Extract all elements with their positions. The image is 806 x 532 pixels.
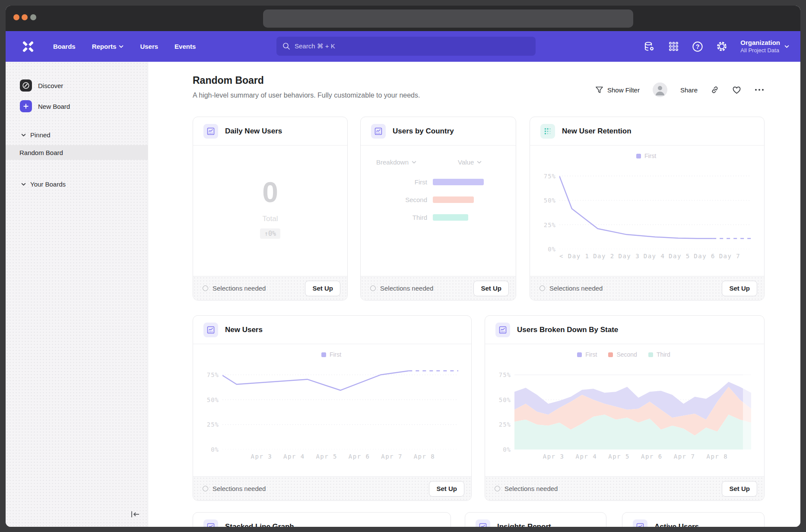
status-circle-icon	[539, 285, 545, 291]
bar-row: Second	[371, 195, 474, 204]
link-icon	[711, 86, 719, 94]
apps-grid-icon[interactable]	[668, 41, 679, 52]
metric-delta-badge: ↑0%	[260, 228, 280, 239]
help-icon[interactable]: ?	[692, 41, 703, 52]
set-up-button[interactable]: Set Up	[722, 281, 757, 296]
status-badge: Selections needed	[203, 485, 266, 492]
org-name: Organization	[740, 39, 780, 47]
card-title: Users Broken Down By State	[517, 326, 618, 334]
chevron-down-icon	[784, 45, 789, 48]
bar-first	[433, 179, 484, 185]
card-title: New User Retention	[562, 127, 631, 136]
retention-grid-icon	[540, 124, 555, 139]
status-badge: Selections needed	[370, 285, 433, 292]
chart-legend: First	[203, 349, 460, 360]
card-new-users: New Users First 75% 50% 25% 0% Apr 3Apr …	[193, 315, 472, 501]
line-chart-icon	[633, 519, 647, 527]
card-stacked-line-graph: Stacked Line Graph	[193, 512, 451, 527]
y-axis-labels: 75% 50% 25% 0%	[495, 365, 511, 450]
settings-gear-icon[interactable]	[716, 41, 727, 52]
show-filter-button[interactable]: Show Filter	[595, 86, 640, 94]
sidebar-item-random-board[interactable]: Random Board	[6, 145, 148, 160]
more-options-button[interactable]	[754, 88, 765, 92]
nav-item-events[interactable]: Events	[175, 43, 196, 50]
nav-menu: Boards Reports Users Events	[53, 43, 196, 50]
retention-line-chart	[559, 166, 751, 249]
set-up-button[interactable]: Set Up	[429, 481, 464, 497]
metric-value: 0	[262, 176, 278, 209]
top-navigation: Boards Reports Users Events Search ⌘ + K	[6, 31, 800, 62]
window-titlebar	[6, 6, 800, 31]
zoom-window-button[interactable]	[30, 14, 36, 20]
status-badge: Selections needed	[203, 285, 266, 292]
search-icon	[282, 42, 290, 50]
legend-swatch	[608, 352, 613, 357]
share-button[interactable]: Share	[680, 86, 698, 94]
line-chart-icon	[203, 519, 218, 527]
chevron-down-icon	[412, 161, 416, 164]
set-up-button[interactable]: Set Up	[305, 281, 340, 296]
chart-legend: First	[539, 151, 753, 161]
bar-label: Second	[371, 196, 427, 203]
sidebar: Discover New Board Pinned Random Board Y…	[6, 62, 148, 527]
y-axis-labels: 75% 50% 25% 0%	[539, 166, 556, 249]
organization-selector[interactable]: Organization All Project Data	[740, 39, 789, 54]
chevron-down-icon	[21, 133, 26, 136]
status-badge: Selections needed	[495, 485, 558, 492]
chevron-down-icon	[477, 161, 482, 164]
search-placeholder: Search ⌘ + K	[295, 42, 335, 50]
value-dropdown[interactable]: Value	[458, 158, 482, 166]
copy-link-button[interactable]	[711, 86, 719, 94]
favorite-button[interactable]	[732, 86, 741, 94]
card-title: Daily New Users	[225, 127, 282, 136]
sidebar-section-label: Pinned	[30, 131, 51, 139]
nav-item-boards[interactable]: Boards	[53, 43, 76, 50]
status-circle-icon	[203, 285, 208, 291]
collapse-sidebar-button[interactable]	[129, 509, 142, 520]
sidebar-item-new-board[interactable]: New Board	[6, 99, 148, 114]
status-circle-icon	[495, 486, 500, 491]
new-users-line-chart	[222, 365, 458, 450]
page-subtitle: A high-level summary of user behaviors. …	[193, 92, 420, 99]
browser-window: Boards Reports Users Events Search ⌘ + K	[6, 6, 800, 527]
discover-compass-icon	[20, 79, 32, 92]
legend-swatch	[636, 154, 641, 158]
card-active-users: Active Users	[622, 512, 765, 527]
incomplete-period-overlay	[743, 365, 751, 450]
legend-swatch	[577, 352, 582, 357]
bar-row: First	[371, 177, 484, 186]
set-up-button[interactable]: Set Up	[473, 281, 509, 296]
sidebar-section-pinned[interactable]: Pinned	[6, 129, 148, 141]
chevron-down-icon	[21, 183, 26, 186]
minimize-window-button[interactable]	[22, 14, 28, 20]
set-up-button[interactable]: Set Up	[722, 481, 757, 497]
bar-second	[433, 196, 474, 203]
breakdown-dropdown[interactable]: Breakdown	[376, 158, 416, 166]
card-new-user-retention: New User Retention First 75% 50% 25% 0% …	[530, 117, 765, 301]
sidebar-label: Random Board	[19, 149, 63, 156]
sidebar-item-discover[interactable]: Discover	[6, 78, 148, 93]
card-title: Users by Country	[393, 127, 454, 136]
bar-label: First	[371, 178, 427, 186]
browser-url-bar[interactable]	[263, 10, 633, 28]
x-axis-labels: < Day 1Day 2 Day 3Day 4 Day 5Day 6 Day 7	[559, 253, 751, 260]
svg-text:?: ?	[696, 43, 700, 50]
card-insights-report: Insights Report	[465, 512, 606, 527]
card-users-by-country: Users by Country Breakdown Value First S…	[360, 117, 516, 301]
data-management-icon[interactable]	[644, 41, 655, 52]
mixpanel-logo-icon[interactable]	[21, 40, 35, 54]
sidebar-label: New Board	[38, 103, 70, 110]
metric-label: Total	[263, 215, 278, 223]
user-icon	[653, 82, 667, 97]
nav-item-reports[interactable]: Reports	[92, 43, 124, 50]
avatar[interactable]	[653, 82, 667, 97]
nav-item-users[interactable]: Users	[140, 43, 158, 50]
chevron-down-icon	[119, 45, 124, 48]
card-title: Insights Report	[497, 522, 551, 527]
sidebar-section-your-boards[interactable]: Your Boards	[6, 178, 148, 190]
sidebar-label: Discover	[38, 82, 63, 89]
board-content: Random Board A high-level summary of use…	[148, 62, 800, 527]
close-window-button[interactable]	[13, 14, 19, 20]
search-input[interactable]: Search ⌘ + K	[276, 37, 536, 56]
heart-icon	[732, 86, 741, 94]
